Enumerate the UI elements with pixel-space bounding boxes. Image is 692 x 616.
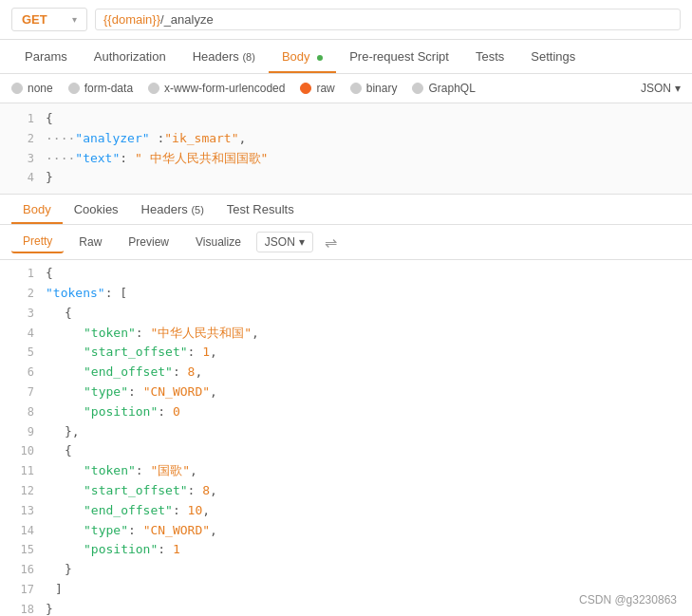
response-code-area: 1 { 2 "tokens": [ 3 { 4 "token": "中华人民共和… [0,260,692,616]
resp-line-1: 1 { [0,264,692,284]
radio-circle-raw [300,83,311,94]
resp-line-8: 8 "position": 0 [0,402,692,422]
radio-raw[interactable]: raw [300,82,334,95]
radio-circle-none [11,83,23,94]
req-line-4: 4 } [0,168,692,188]
tab-settings[interactable]: Settings [517,40,589,73]
req-line-1: 1 { [0,109,692,129]
tab-body[interactable]: Body [269,40,336,73]
sub-tab-preview[interactable]: Preview [117,232,180,252]
resp-line-14: 14 "type": "CN_WORD", [0,521,692,541]
radio-graphql[interactable]: GraphQL [412,82,475,95]
radio-form-data[interactable]: form-data [68,82,133,95]
resp-line-6: 6 "end_offset": 8, [0,363,692,383]
sub-tab-pretty[interactable]: Pretty [11,231,64,253]
radio-circle-binary [350,83,362,94]
req-line-3: 3 ····"text": " 中华人民共和国国歌" [0,149,692,169]
response-tab-test-results[interactable]: Test Results [215,195,306,224]
url-template: {{domain}} [103,12,160,27]
url-path: /_analyze [160,12,214,27]
radio-urlencoded[interactable]: x-www-form-urlencoded [148,82,285,95]
resp-line-5: 5 "start_offset": 1, [0,343,692,363]
url-container[interactable]: {{domain}}/_analyze [95,9,681,30]
radio-circle-graphql [412,83,423,94]
response-tab-cookies[interactable]: Cookies [63,195,130,224]
tab-pre-request[interactable]: Pre-request Script [336,40,462,73]
resp-line-3: 3 { [0,304,692,324]
filter-icon[interactable]: ⇌ [325,233,337,252]
resp-line-2: 2 "tokens": [ [0,284,692,304]
tab-params[interactable]: Params [11,40,81,73]
tab-tests[interactable]: Tests [462,40,517,73]
main-container: GET ▾ {{domain}}/_analyze Params Authori… [0,0,692,616]
tab-authorization[interactable]: Authorization [81,40,179,73]
method-label: GET [22,12,47,27]
response-format-select[interactable]: JSON ▾ [256,232,313,252]
resp-line-16: 16 } [0,560,692,580]
resp-line-7: 7 "type": "CN_WORD", [0,383,692,402]
radio-none[interactable]: none [11,82,53,95]
resp-line-9: 9 }, [0,422,692,442]
response-tabs-row: Body Cookies Headers (5) Test Results [0,195,692,225]
tab-headers[interactable]: Headers (8) [179,40,269,73]
radio-circle-urlencoded [148,83,159,94]
resp-line-15: 15 "position": 1 [0,540,692,560]
response-sub-row: Pretty Raw Preview Visualize JSON ▾ ⇌ [0,225,692,260]
req-line-2: 2 ····"analyzer" :"ik_smart", [0,129,692,149]
response-tab-headers[interactable]: Headers (5) [130,195,215,224]
request-tabs-row: Params Authorization Headers (8) Body Pr… [0,40,692,74]
response-tab-body[interactable]: Body [11,195,63,224]
chevron-down-icon-resp: ▾ [299,235,305,249]
resp-line-10: 10 { [0,441,692,461]
resp-line-4: 4 "token": "中华人民共和国", [0,324,692,344]
sub-tab-raw[interactable]: Raw [67,232,113,252]
request-code-editor[interactable]: 1 { 2 ····"analyzer" :"ik_smart", 3 ····… [0,103,692,195]
radio-circle-form-data [68,83,80,94]
watermark: CSDN @g3230863 [579,593,677,607]
json-format-dropdown[interactable]: JSON ▾ [641,82,681,95]
chevron-down-icon: ▾ [72,14,77,25]
method-select[interactable]: GET ▾ [11,8,87,31]
body-type-row: none form-data x-www-form-urlencoded raw… [0,74,692,103]
url-bar: GET ▾ {{domain}}/_analyze [0,0,692,40]
chevron-down-icon-json: ▾ [675,82,681,95]
resp-line-11: 11 "token": "国歌", [0,461,692,481]
resp-line-13: 13 "end_offset": 10, [0,501,692,521]
sub-tab-visualize[interactable]: Visualize [184,232,252,252]
radio-binary[interactable]: binary [350,82,398,95]
body-dot-indicator [317,55,323,61]
resp-line-12: 12 "start_offset": 8, [0,481,692,501]
